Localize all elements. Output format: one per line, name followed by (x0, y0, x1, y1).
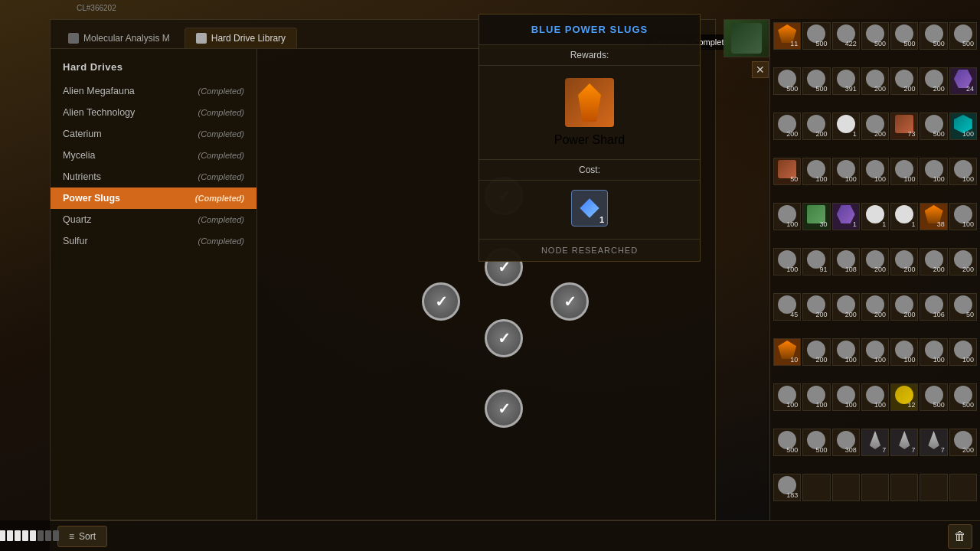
close-button[interactable]: ✕ (752, 61, 769, 78)
inventory-cell[interactable] (802, 474, 830, 501)
inventory-cell[interactable]: 100 (890, 338, 918, 366)
sidebar-item-alien-megafauna[interactable]: Alien Megafauna (Completed) (51, 80, 256, 102)
inventory-cell[interactable]: 422 (832, 22, 860, 50)
inventory-cell[interactable]: 200 (890, 293, 918, 321)
sidebar-item-power-slugs[interactable]: Power Slugs (Completed) (51, 187, 256, 209)
inventory-cell[interactable]: 200 (802, 293, 830, 321)
inventory-cell[interactable]: 200 (949, 248, 977, 276)
inventory-cell[interactable]: 50 (949, 293, 977, 321)
inventory-cell[interactable]: 500 (890, 22, 918, 50)
sidebar-item-caterium[interactable]: Caterium (Completed) (51, 123, 256, 145)
inventory-cell[interactable]: 200 (773, 112, 801, 140)
inventory-cell[interactable]: 12 (890, 383, 918, 411)
inventory-cell[interactable]: 200 (802, 338, 830, 366)
inventory-cell[interactable]: 391 (832, 67, 860, 95)
research-node-2[interactable] (422, 282, 460, 321)
inventory-cell[interactable] (861, 474, 889, 501)
inventory-cell[interactable]: 100 (802, 383, 830, 411)
sidebar-item-mycelia[interactable]: Mycelia (Completed) (51, 145, 256, 166)
inventory-cell[interactable]: 108 (832, 248, 860, 276)
inventory-cell[interactable]: 7 (920, 429, 947, 456)
inventory-cell[interactable]: 100 (861, 338, 889, 366)
inventory-cell[interactable]: 183 (773, 474, 801, 501)
sort-button[interactable]: ≡ Sort (57, 526, 107, 547)
inventory-cell[interactable]: 100 (890, 158, 918, 185)
inventory-cell[interactable]: 100 (773, 203, 801, 230)
inventory-cell[interactable]: 10 (773, 338, 801, 366)
tab-molecular[interactable]: Molecular Analysis M (57, 28, 181, 48)
inventory-cell[interactable]: 500 (802, 67, 830, 95)
inventory-cell[interactable]: 100 (861, 158, 889, 185)
inventory-cell[interactable]: 500 (949, 383, 977, 411)
inventory-cell[interactable]: 500 (773, 67, 801, 95)
cost-label: Cost: (479, 159, 700, 181)
inventory-cell[interactable]: 73 (890, 112, 918, 140)
inventory-cell[interactable]: 200 (861, 67, 889, 95)
inventory-cell[interactable]: 100 (949, 203, 977, 230)
inventory-cell[interactable]: 200 (890, 248, 918, 276)
research-node-6[interactable] (485, 390, 523, 428)
inventory-cell[interactable]: 500 (802, 429, 830, 456)
inventory-cell[interactable]: 200 (861, 112, 889, 140)
inventory-cell[interactable]: 500 (949, 22, 977, 50)
inventory-cell[interactable]: 500 (802, 22, 830, 50)
inventory-cell[interactable]: 30 (802, 203, 830, 230)
inventory-cell[interactable]: 200 (920, 248, 947, 276)
inventory-cell[interactable]: 200 (832, 293, 860, 321)
cell-count: 1 (853, 221, 857, 228)
delete-button[interactable]: 🗑 (948, 524, 972, 549)
bottom-bar: ≡ Sort 🗑 (50, 520, 980, 551)
inventory-cell[interactable]: 45 (773, 293, 801, 321)
inventory-cell[interactable]: 100 (949, 338, 977, 366)
sidebar-item-nutrients[interactable]: Nutrients (Completed) (51, 166, 256, 187)
inventory-cell[interactable]: 100 (802, 158, 830, 185)
inventory-cell[interactable]: 200 (890, 67, 918, 95)
inventory-cell[interactable]: 11 (773, 22, 801, 50)
inventory-cell[interactable]: 500 (920, 383, 947, 411)
inventory-cell[interactable]: 100 (920, 338, 947, 366)
inventory-cell[interactable]: 7 (861, 429, 889, 456)
sidebar-item-quartz[interactable]: Quartz (Completed) (51, 209, 256, 230)
inventory-cell[interactable]: 200 (920, 67, 947, 95)
inventory-cell[interactable] (890, 474, 918, 501)
inventory-cell[interactable]: 1 (832, 203, 860, 230)
inventory-cell[interactable]: 50 (773, 158, 801, 185)
inventory-cell[interactable]: 100 (832, 383, 860, 411)
inventory-panel: 1150042250050050050050050039120020020024… (769, 19, 980, 520)
research-node-5[interactable] (485, 319, 523, 357)
inventory-cell[interactable]: 500 (861, 22, 889, 50)
inventory-cell[interactable]: 1 (832, 112, 860, 140)
inventory-cell[interactable]: 200 (861, 248, 889, 276)
inventory-cell[interactable]: 100 (832, 338, 860, 366)
inventory-cell[interactable]: 200 (802, 112, 830, 140)
inventory-cell[interactable]: 100 (861, 383, 889, 411)
cell-count: 500 (816, 447, 828, 454)
inventory-cell[interactable]: 7 (890, 429, 918, 456)
inventory-cell[interactable]: 100 (832, 158, 860, 185)
inventory-cell[interactable]: 24 (949, 67, 977, 95)
sidebar-item-alien-technology[interactable]: Alien Technology (Completed) (51, 102, 256, 123)
inventory-cell[interactable]: 100 (949, 112, 977, 140)
inventory-cell[interactable]: 91 (802, 248, 830, 276)
inventory-cell[interactable]: 500 (920, 22, 947, 50)
inventory-cell[interactable]: 500 (920, 112, 947, 140)
inventory-cell[interactable]: 200 (861, 293, 889, 321)
inventory-cell[interactable]: 500 (773, 429, 801, 456)
inventory-cell[interactable]: 100 (773, 248, 801, 276)
inventory-cell[interactable]: 100 (920, 158, 947, 185)
tab-harddrive[interactable]: Hard Drive Library (185, 28, 297, 48)
inventory-cell[interactable] (920, 474, 947, 501)
inventory-cell[interactable]: 100 (773, 383, 801, 411)
inventory-cell[interactable]: 1 (861, 203, 889, 230)
sidebar-item-status: (Completed) (198, 215, 244, 224)
inventory-cell[interactable]: 1 (890, 203, 918, 230)
inventory-cell[interactable]: 38 (920, 203, 947, 230)
inventory-cell[interactable] (949, 474, 977, 501)
inventory-cell[interactable]: 200 (949, 429, 977, 456)
research-node-4[interactable] (550, 282, 589, 321)
inventory-cell[interactable] (832, 474, 860, 501)
inventory-cell[interactable]: 106 (920, 293, 947, 321)
inventory-cell[interactable]: 100 (949, 158, 977, 185)
inventory-cell[interactable]: 308 (832, 429, 860, 456)
sidebar-item-sulfur[interactable]: Sulfur (Completed) (51, 230, 256, 252)
